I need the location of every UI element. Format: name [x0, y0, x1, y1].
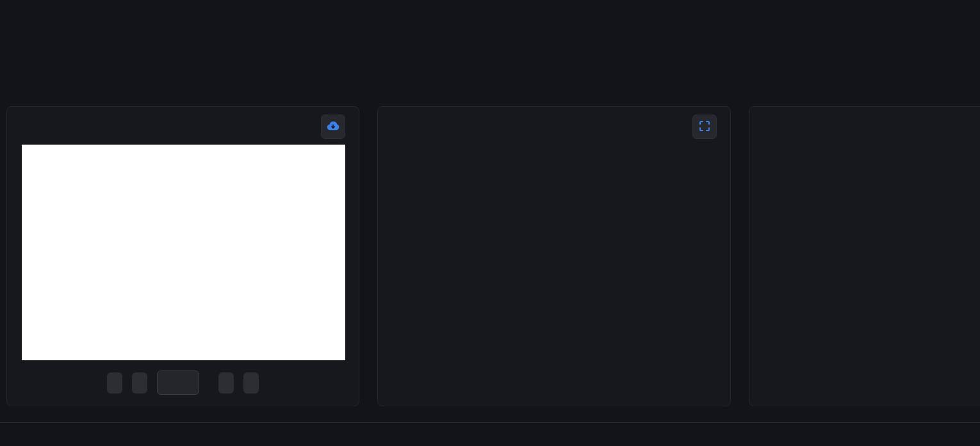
scalar-cos-card: [749, 106, 980, 406]
section-divider: [0, 422, 980, 423]
cloud-download-icon: [326, 119, 340, 135]
prev-page-button[interactable]: [132, 372, 147, 394]
page-number-input[interactable]: [157, 370, 199, 395]
next-page-button[interactable]: [218, 372, 234, 394]
noise-pixels: [39, 146, 329, 359]
image-card: [6, 106, 359, 406]
log-console: [6, 0, 980, 102]
image-pagination: [7, 370, 359, 395]
download-image-button[interactable]: [321, 115, 345, 139]
sin-chart[interactable]: [378, 107, 731, 407]
last-page-button[interactable]: [243, 372, 259, 394]
scalar-sin-card: [377, 106, 731, 406]
noise-image: [22, 145, 345, 360]
cos-chart[interactable]: [749, 107, 980, 407]
first-page-button[interactable]: [107, 372, 122, 394]
